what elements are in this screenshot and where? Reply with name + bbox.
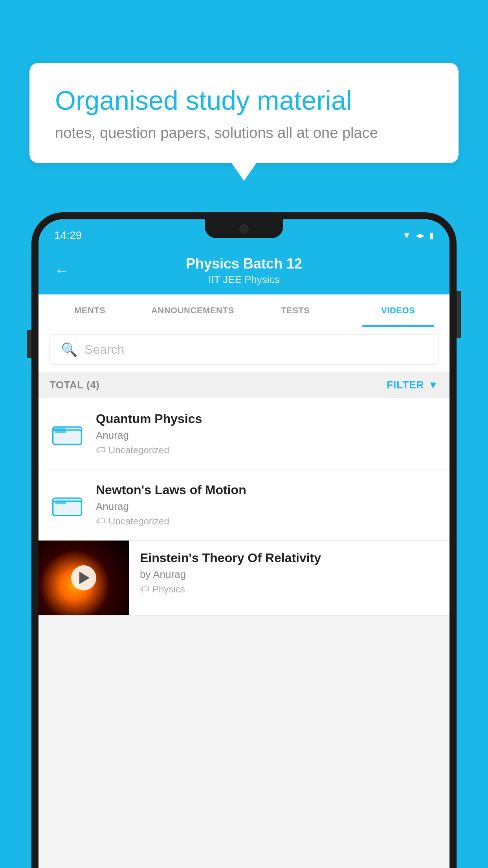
filter-icon: ▼: [428, 379, 438, 391]
phone-notch: [205, 219, 283, 238]
tab-videos[interactable]: VIDEOS: [347, 294, 450, 327]
play-icon: [79, 572, 90, 584]
list-item[interactable]: Quantum Physics Anurag 🏷 Uncategorized: [39, 398, 449, 469]
list-item[interactable]: Einstein's Theory Of Relativity by Anura…: [39, 541, 449, 616]
item-author: Anurag: [96, 429, 438, 441]
tag-icon: 🏷: [96, 445, 105, 456]
phone-power-button: [457, 291, 461, 338]
status-time: 14:29: [54, 229, 82, 242]
video-thumbnail: [39, 541, 129, 615]
item-title: Einstein's Theory Of Relativity: [140, 551, 438, 565]
header-title: Physics Batch 12: [81, 256, 407, 272]
folder-icon: [50, 487, 85, 522]
tabs-bar: MENTS ANNOUNCEMENTS TESTS VIDEOS: [39, 294, 449, 327]
tag-icon: 🏷: [96, 516, 105, 527]
video-list: Quantum Physics Anurag 🏷 Uncategorized: [39, 398, 449, 616]
signal-icon: ◂▸: [416, 230, 424, 241]
speech-bubble-subtitle: notes, question papers, solutions all at…: [55, 125, 433, 142]
search-container: 🔍 Search: [39, 327, 449, 372]
svg-rect-2: [55, 430, 66, 433]
header-title-block: Physics Batch 12 IIT JEE Physics: [81, 256, 407, 286]
item-author: Anurag: [96, 500, 438, 513]
app-header: ← Physics Batch 12 IIT JEE Physics: [39, 248, 449, 294]
item-tag: 🏷 Uncategorized: [96, 516, 438, 527]
item-content: Einstein's Theory Of Relativity by Anura…: [129, 541, 449, 605]
status-icons: ▼ ◂▸ ▮: [402, 230, 434, 241]
svg-rect-5: [55, 501, 66, 504]
phone-screen: 14:29 ▼ ◂▸ ▮ ← Physics Batch 12 IIT JEE …: [39, 219, 449, 868]
tab-tests[interactable]: TESTS: [244, 294, 347, 327]
search-icon: 🔍: [61, 342, 77, 357]
speech-bubble-title: Organised study material: [55, 85, 433, 117]
item-author: by Anurag: [140, 568, 438, 581]
tab-announcements[interactable]: ANNOUNCEMENTS: [141, 294, 244, 327]
play-button[interactable]: [71, 565, 96, 590]
item-tag: 🏷 Uncategorized: [96, 445, 438, 456]
search-bar[interactable]: 🔍 Search: [50, 334, 438, 365]
battery-icon: ▮: [429, 230, 434, 241]
folder-icon: [50, 416, 85, 451]
item-content: Quantum Physics Anurag 🏷 Uncategorized: [96, 412, 438, 456]
back-button[interactable]: ←: [54, 262, 69, 279]
phone-camera: [239, 224, 249, 234]
speech-bubble: Organised study material notes, question…: [29, 63, 459, 163]
item-title: Newton's Laws of Motion: [96, 483, 438, 497]
filter-button[interactable]: FILTER ▼: [387, 379, 438, 391]
tag-icon: 🏷: [140, 584, 149, 595]
phone-frame: 14:29 ▼ ◂▸ ▮ ← Physics Batch 12 IIT JEE …: [31, 212, 457, 868]
filter-label: FILTER: [387, 379, 424, 391]
header-subtitle: IIT JEE Physics: [81, 274, 407, 286]
search-input[interactable]: Search: [84, 342, 124, 357]
tab-ments[interactable]: MENTS: [39, 294, 141, 327]
filter-bar: TOTAL (4) FILTER ▼: [39, 372, 449, 398]
item-title: Quantum Physics: [96, 412, 438, 426]
list-item[interactable]: Newton's Laws of Motion Anurag 🏷 Uncateg…: [39, 469, 449, 541]
total-count: TOTAL (4): [50, 379, 99, 391]
phone-volume-button: [27, 330, 31, 358]
item-content: Newton's Laws of Motion Anurag 🏷 Uncateg…: [96, 483, 438, 527]
item-tag: 🏷 Physics: [140, 584, 438, 595]
wifi-icon: ▼: [402, 230, 411, 241]
